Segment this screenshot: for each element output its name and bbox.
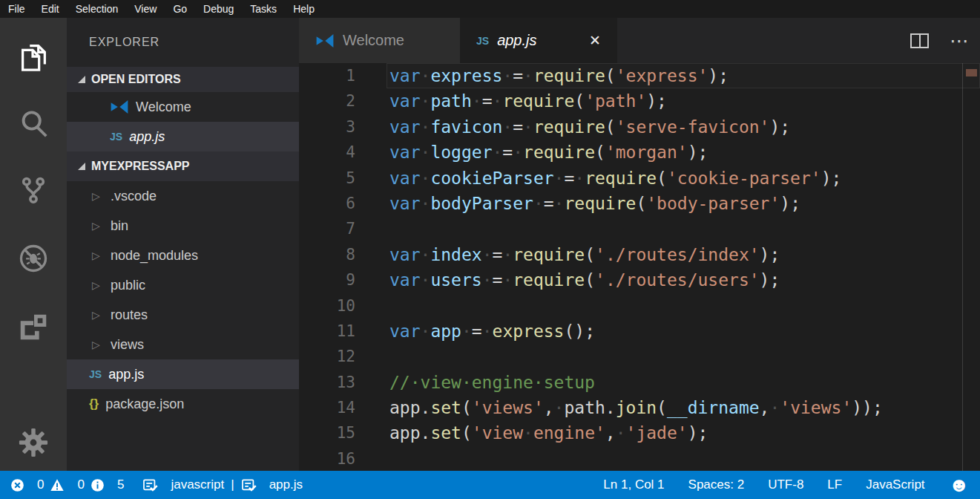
more-actions-icon[interactable]: ⋯ bbox=[950, 33, 970, 48]
code-token: · bbox=[769, 398, 780, 417]
code-token: 'express' bbox=[616, 66, 708, 85]
code-token: var bbox=[389, 270, 421, 290]
tree-folder-views[interactable]: ▷views bbox=[67, 330, 299, 359]
code-token: logger bbox=[430, 143, 492, 162]
task-status-appjs[interactable]: app.js bbox=[241, 477, 303, 493]
section-open-editors[interactable]: OPEN EDITORS bbox=[67, 67, 299, 92]
code-token: · bbox=[523, 117, 533, 137]
status-cursor-position[interactable]: Ln 1, Col 1 bbox=[603, 477, 664, 492]
line-number: 6 bbox=[299, 191, 355, 216]
code-line[interactable]: 12 bbox=[299, 344, 980, 369]
line-number: 13 bbox=[299, 370, 355, 395]
code-token: ( bbox=[605, 117, 616, 137]
problems-indicator[interactable]: 0 0 5 bbox=[10, 477, 124, 492]
code-token: · bbox=[533, 194, 544, 213]
code-token: · bbox=[421, 169, 431, 188]
open-editor-item-app-js[interactable]: JSapp.js bbox=[67, 122, 299, 151]
status-indentation[interactable]: Spaces: 2 bbox=[688, 477, 745, 492]
activity-settings-button[interactable] bbox=[0, 420, 67, 468]
folder-label: views bbox=[111, 337, 144, 353]
status-eol[interactable]: LF bbox=[827, 477, 842, 492]
menu-item-go[interactable]: Go bbox=[165, 0, 195, 18]
extensions-icon bbox=[16, 310, 50, 347]
code-token: require bbox=[585, 169, 657, 188]
code-token: var bbox=[389, 194, 421, 213]
line-number: 10 bbox=[299, 293, 355, 319]
code-line[interactable]: 16 bbox=[299, 446, 980, 471]
line-content: app.set('views',·path.join(__dirname,·'v… bbox=[355, 395, 883, 420]
activity-extensions-button[interactable] bbox=[0, 304, 67, 352]
code-token: path bbox=[430, 91, 471, 111]
code-token: = bbox=[493, 245, 503, 264]
menu-item-view[interactable]: View bbox=[126, 0, 165, 18]
code-line[interactable]: 13//·view·engine·setup bbox=[299, 370, 980, 395]
vscode-window: FileEditSelectionViewGoDebugTasksHelp E bbox=[0, 0, 980, 499]
menu-item-help[interactable]: Help bbox=[285, 0, 323, 18]
menu-item-file[interactable]: File bbox=[0, 0, 33, 18]
tab-label: app.js bbox=[497, 32, 536, 49]
tab-app-js[interactable]: JSapp.js✕ bbox=[460, 18, 617, 63]
line-content: var·express·=·require('express'); bbox=[355, 63, 729, 88]
line-content: var·cookieParser·=·require('cookie-parse… bbox=[355, 166, 841, 191]
folder-chevron-icon: ▷ bbox=[92, 190, 102, 202]
language-mode-label: JavaScript bbox=[866, 477, 924, 492]
status-language-mode[interactable]: JavaScript bbox=[866, 477, 924, 492]
menu-item-tasks[interactable]: Tasks bbox=[242, 0, 285, 18]
tree-file-package-json[interactable]: {}package.json bbox=[67, 389, 299, 419]
code-line[interactable]: 15app.set('view·engine',·'jade'); bbox=[299, 420, 980, 446]
code-token: · bbox=[461, 322, 472, 341]
code-line[interactable]: 7 bbox=[299, 216, 980, 241]
status-bar: 0 0 5 javascript| app.js Ln 1, Col 1Spac… bbox=[0, 471, 980, 499]
code-token: ); bbox=[708, 66, 729, 85]
section-workspace[interactable]: MYEXPRESSAPP bbox=[67, 151, 299, 181]
feedback-button[interactable]: ☻ bbox=[949, 475, 970, 495]
code-token: 'jade' bbox=[626, 423, 688, 443]
line-number: 5 bbox=[299, 166, 355, 191]
split-editor-icon[interactable] bbox=[910, 33, 929, 48]
code-token: · bbox=[421, 194, 431, 213]
tab-welcome[interactable]: Welcome bbox=[299, 18, 460, 63]
code-line[interactable]: 6var·bodyParser·=·require('body-parser')… bbox=[299, 191, 980, 216]
close-icon[interactable]: ✕ bbox=[589, 32, 601, 49]
tree-folder-node_modules[interactable]: ▷node_modules bbox=[67, 241, 299, 270]
code-token: ( bbox=[461, 398, 472, 417]
code-token: 'morgan' bbox=[605, 143, 688, 162]
activity-source-control-button[interactable] bbox=[0, 168, 67, 215]
tree-folder-bin[interactable]: ▷bin bbox=[67, 211, 299, 241]
line-number: 14 bbox=[299, 395, 355, 420]
task-status-javascript[interactable]: javascript bbox=[142, 477, 224, 493]
code-line[interactable]: 4var·logger·=·require('morgan'); bbox=[299, 140, 980, 165]
open-editor-item-welcome[interactable]: Welcome bbox=[67, 92, 299, 122]
activity-explorer-button[interactable] bbox=[0, 34, 67, 82]
error-icon bbox=[10, 478, 24, 492]
folder-chevron-icon: ▷ bbox=[92, 250, 102, 261]
menu-item-edit[interactable]: Edit bbox=[33, 0, 68, 18]
code-line[interactable]: 14app.set('views',·path.join(__dirname,·… bbox=[299, 395, 980, 420]
menu-item-debug[interactable]: Debug bbox=[195, 0, 242, 18]
code-line[interactable]: 2var·path·=·require('path'); bbox=[299, 88, 980, 114]
overview-ruler[interactable] bbox=[962, 63, 963, 471]
tree-folder--vscode[interactable]: ▷.vscode bbox=[67, 181, 299, 211]
code-line[interactable]: 10 bbox=[299, 293, 980, 319]
code-line[interactable]: 5var·cookieParser·=·require('cookie-pars… bbox=[299, 166, 980, 191]
code-line[interactable]: 8var·index·=·require('./routes/index'); bbox=[299, 242, 980, 267]
status-encoding[interactable]: UTF-8 bbox=[768, 477, 803, 492]
code-line[interactable]: 11var·app·=·express(); bbox=[299, 319, 980, 344]
activity-search-button[interactable] bbox=[0, 101, 67, 149]
line-number: 7 bbox=[299, 216, 355, 241]
code-token: · bbox=[554, 194, 565, 213]
code-editor[interactable]: 1var·express·=·require('express');2var·p… bbox=[299, 63, 980, 471]
activity-debug-button[interactable] bbox=[0, 236, 67, 284]
encoding-label: UTF-8 bbox=[768, 477, 803, 492]
code-token: var bbox=[389, 322, 421, 341]
code-line[interactable]: 3var·favicon·=·require('serve-favicon'); bbox=[299, 114, 980, 140]
open-editor-label: Welcome bbox=[136, 100, 191, 115]
tree-folder-routes[interactable]: ▷routes bbox=[67, 300, 299, 330]
code-line[interactable]: 9var·users·=·require('./routes/users'); bbox=[299, 267, 980, 293]
code-token: · bbox=[482, 322, 493, 341]
code-token: ( bbox=[574, 91, 585, 111]
tree-folder-public[interactable]: ▷public bbox=[67, 270, 299, 300]
code-line[interactable]: 1var·express·=·require('express'); bbox=[299, 63, 980, 88]
tree-file-app-js[interactable]: JSapp.js bbox=[67, 359, 299, 389]
menu-item-selection[interactable]: Selection bbox=[68, 0, 127, 18]
